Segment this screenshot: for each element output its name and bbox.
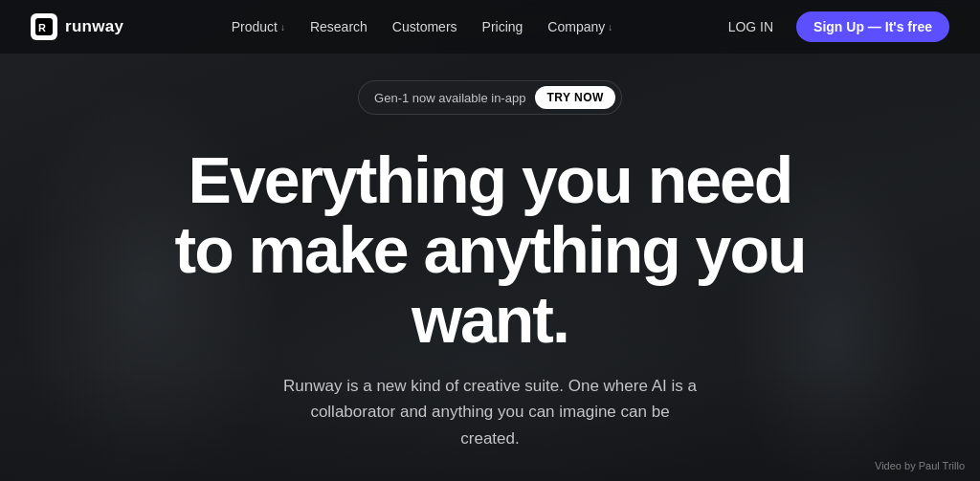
nav-right: LOG IN Sign Up — It's free [721,11,949,42]
announcement-cta[interactable]: TRY NOW [535,86,615,109]
company-chevron-icon: ↓ [608,22,612,33]
nav-company[interactable]: Company ↓ [538,13,622,40]
logo-icon: R [31,13,57,40]
navbar: R runway Product ↓ Research Customers Pr… [0,0,980,54]
logo[interactable]: R runway [31,13,123,40]
logo-text: runway [65,17,123,36]
announcement-text: Gen-1 now available in-app [374,91,525,105]
announcement-bar: Gen-1 now available in-app TRY NOW [358,80,622,115]
login-button[interactable]: LOG IN [721,13,781,40]
product-chevron-icon: ↓ [280,22,285,33]
video-credit: Video by Paul Trillo [875,460,965,471]
nav-product[interactable]: Product ↓ [222,13,295,40]
hero-headline: Everything you need to make anything you… [98,145,882,354]
signup-button[interactable]: Sign Up — It's free [796,11,949,42]
nav-pricing[interactable]: Pricing [473,13,533,40]
nav-research[interactable]: Research [301,13,377,40]
nav-links: Product ↓ Research Customers Pricing Com… [222,13,623,40]
hero-subtext: Runway is a new kind of creative suite. … [279,373,701,451]
svg-text:R: R [38,22,46,33]
nav-customers[interactable]: Customers [383,13,467,40]
hero-section: Gen-1 now available in-app TRY NOW Every… [0,54,980,481]
